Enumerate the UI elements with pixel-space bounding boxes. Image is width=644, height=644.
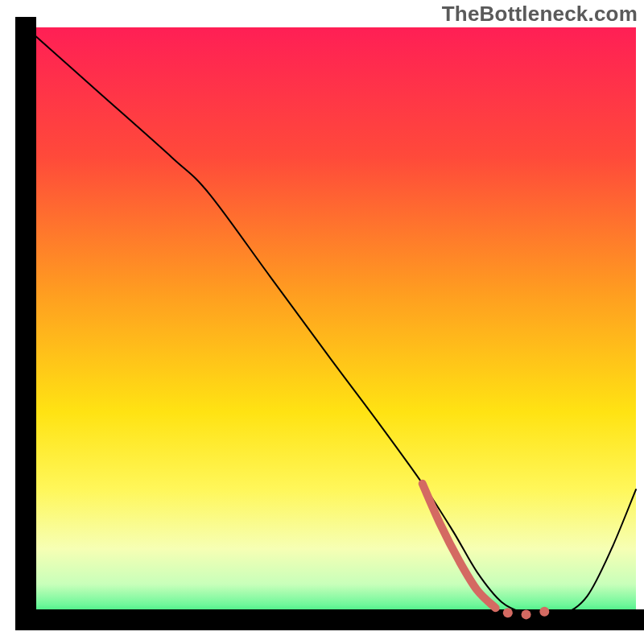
plot-gradient-background bbox=[26, 27, 636, 620]
chart-frame: TheBottleneck.com bbox=[0, 0, 644, 644]
optimal-dot bbox=[503, 608, 513, 617]
optimal-dot bbox=[522, 609, 531, 619]
bottleneck-chart bbox=[0, 0, 644, 644]
optimal-dot bbox=[539, 607, 549, 617]
watermark-text: TheBottleneck.com bbox=[442, 2, 638, 27]
